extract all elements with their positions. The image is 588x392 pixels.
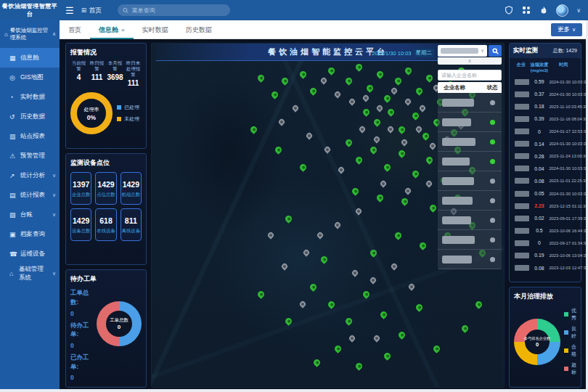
map-pin-offline[interactable]: [348, 97, 356, 105]
sidebar-group-header[interactable]: ⌂ 餐饮油烟监控管理系统 ∧: [0, 20, 60, 48]
map-pin-online[interactable]: [298, 163, 308, 172]
tab-信息舱[interactable]: 信息舱×: [90, 20, 134, 39]
map-pin-offline[interactable]: [291, 104, 299, 112]
map-pin-offline[interactable]: [380, 180, 388, 188]
map-pin-online[interactable]: [404, 66, 413, 75]
map-pin-online[interactable]: [372, 118, 382, 127]
sidebar-item-运维设备[interactable]: ☎运维设备: [0, 244, 60, 264]
map-pin-online[interactable]: [376, 193, 385, 203]
map-pin-offline[interactable]: [323, 145, 331, 153]
flame-icon[interactable]: [539, 6, 548, 15]
realtime-row[interactable]: 0.052024-01-30 10:03:30: [513, 187, 578, 200]
map-pin-offline[interactable]: [415, 125, 422, 133]
map-pin-online[interactable]: [365, 83, 375, 93]
realtime-row[interactable]: 0.192023-10-06 13:04:30: [513, 249, 578, 261]
map-pin-online[interactable]: [309, 87, 318, 97]
map-pin-online[interactable]: [309, 282, 318, 292]
realtime-row[interactable]: 0.142024-01-30 10:03:30: [513, 138, 578, 150]
map-pin-online[interactable]: [400, 197, 409, 206]
map-pin-online[interactable]: [327, 300, 336, 309]
realtime-row[interactable]: 0.592024-01-30 10:03:30: [513, 75, 578, 88]
map-pin-offline[interactable]: [281, 262, 289, 270]
map-pin-online[interactable]: [327, 66, 336, 75]
company-row[interactable]: [438, 113, 502, 132]
sidebar-item-预警管理[interactable]: ⚠预警管理: [0, 146, 60, 166]
map-pin-offline[interactable]: [358, 125, 366, 133]
map-pin-online[interactable]: [362, 107, 371, 117]
map-pin-online[interactable]: [362, 290, 371, 299]
map-pin-offline[interactable]: [372, 135, 380, 143]
map-pin-online[interactable]: [383, 94, 392, 103]
map-pin-offline[interactable]: [337, 166, 345, 174]
map-pin-online[interactable]: [397, 330, 407, 340]
sidebar-item-实时数据[interactable]: ◔实时数据: [0, 87, 60, 107]
apps-grid-icon[interactable]: [521, 6, 531, 15]
map-pin-online[interactable]: [284, 317, 293, 327]
map-pin-online[interactable]: [474, 300, 483, 309]
map-pin-online[interactable]: [383, 351, 392, 361]
map-pin-online[interactable]: [393, 76, 403, 86]
company-row[interactable]: [438, 132, 502, 152]
realtime-row[interactable]: 0.182023-11-10 03:45:30: [513, 100, 578, 113]
map-pin-offline[interactable]: [334, 91, 342, 99]
map-pin-offline[interactable]: [404, 97, 412, 105]
map-pin-offline[interactable]: [334, 221, 342, 229]
map-pin-offline[interactable]: [355, 207, 363, 215]
map-pin-online[interactable]: [418, 241, 428, 250]
map-pin-online[interactable]: [411, 111, 420, 121]
hamburger-menu-icon[interactable]: ☰: [65, 5, 74, 16]
map-pin-online[interactable]: [319, 255, 329, 264]
map-pin-offline[interactable]: [348, 334, 356, 342]
map-pin-offline[interactable]: [386, 125, 394, 133]
region-select[interactable]: ∨: [438, 45, 487, 57]
sidebar-item-历史数据[interactable]: ↺历史数据: [0, 107, 60, 126]
sidebar-item-GIS地图[interactable]: ◎GIS地图: [0, 68, 60, 87]
sidebar-item-档案查询[interactable]: ▣档案查询: [0, 224, 60, 244]
company-name-input[interactable]: [438, 70, 502, 81]
map-pin-online[interactable]: [344, 76, 354, 86]
company-row[interactable]: [438, 93, 502, 113]
map-pin-online[interactable]: [422, 131, 431, 141]
map-pin-online[interactable]: [460, 324, 470, 333]
more-button[interactable]: 更多∨: [551, 23, 582, 36]
map-pin-online[interactable]: [249, 125, 258, 134]
realtime-row[interactable]: 02024-01-17 22:53:30: [513, 126, 578, 138]
map-pin-online[interactable]: [333, 344, 343, 354]
map-pin-offline[interactable]: [407, 282, 415, 290]
map-pin-online[interactable]: [386, 107, 396, 117]
collapse-caret[interactable]: ∧: [438, 57, 502, 65]
sidebar-item-站点报表[interactable]: ▥站点报表: [0, 126, 60, 146]
map-pin-online[interactable]: [397, 149, 407, 158]
map-pin-online[interactable]: [425, 73, 434, 83]
map-pin-online[interactable]: [397, 125, 407, 134]
map-pin-online[interactable]: [415, 87, 424, 97]
menu-search-box[interactable]: [118, 4, 230, 16]
realtime-row[interactable]: 02022-09-17 01:34:30: [513, 237, 578, 249]
sidebar-item-台账[interactable]: ▧台账∨: [0, 205, 60, 224]
map-pin-offline[interactable]: [298, 300, 306, 308]
company-row[interactable]: [438, 152, 502, 171]
map-pin-online[interactable]: [415, 303, 424, 313]
map-pin-offline[interactable]: [302, 248, 310, 256]
map-pin-online[interactable]: [256, 73, 266, 83]
company-row[interactable]: [438, 171, 502, 191]
realtime-row[interactable]: 0.392023-11-16 08:04:30: [513, 113, 578, 125]
map-pin-online[interactable]: [369, 145, 378, 155]
map-pin-online[interactable]: [354, 63, 364, 73]
map-pin-offline[interactable]: [316, 231, 324, 239]
map-pin-online[interactable]: [298, 70, 308, 79]
map-pin-offline[interactable]: [319, 77, 327, 85]
map-pin-online[interactable]: [256, 290, 266, 299]
realtime-row[interactable]: 0.042024-01-30 10:03:30: [513, 163, 578, 175]
map-pin-online[interactable]: [411, 169, 420, 179]
company-row[interactable]: [438, 211, 502, 230]
map-pin-offline[interactable]: [390, 262, 398, 270]
realtime-row[interactable]: 0.372024-01-30 10:03:30: [513, 88, 578, 100]
sidebar-item-基础管理系统[interactable]: ⌂基础管理系统∨: [0, 264, 60, 283]
map-pin-online[interactable]: [393, 231, 403, 240]
realtime-row[interactable]: 0.082023-11-01 22:25:30: [513, 175, 578, 187]
map-pin-offline[interactable]: [418, 104, 426, 112]
map-canvas[interactable]: 餐饮油烟智能监控云平台 2024/1/30 10:03 星期二 ∨: [151, 43, 505, 388]
map-pin-online[interactable]: [274, 145, 283, 155]
realtime-row[interactable]: 0.52023-10-06 16:44:30: [513, 224, 578, 237]
